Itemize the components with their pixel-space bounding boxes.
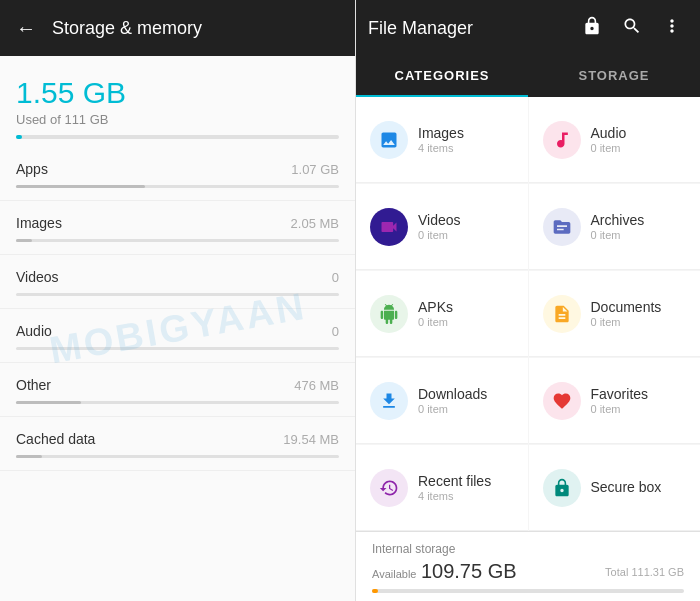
bottom-progress-fill — [372, 589, 378, 593]
storage-item-size: 2.05 MB — [291, 216, 339, 231]
bottom-bar: Internal storage Available 109.75 GB Tot… — [356, 531, 700, 601]
category-count: 0 item — [591, 142, 627, 154]
documents-icon-wrap — [543, 295, 581, 333]
recent-icon-wrap — [370, 469, 408, 507]
transfer-icon[interactable] — [576, 10, 608, 47]
category-count: 0 item — [418, 403, 487, 415]
archives-icon-wrap — [543, 208, 581, 246]
storage-item[interactable]: Audio 0 — [0, 309, 355, 363]
category-name: APKs — [418, 299, 453, 315]
storage-item[interactable]: Other 476 MB — [0, 363, 355, 417]
storage-item-name: Images — [16, 215, 62, 231]
category-images[interactable]: Images 4 items — [356, 97, 528, 183]
category-name: Downloads — [418, 386, 487, 402]
audio-icon-wrap — [543, 121, 581, 159]
category-recent[interactable]: Recent files 4 items — [356, 445, 528, 531]
storage-bar-fill — [16, 135, 22, 139]
storage-item[interactable]: Apps 1.07 GB — [0, 147, 355, 201]
storage-used-value: 1.55 GB — [16, 76, 339, 110]
category-name: Recent files — [418, 473, 491, 489]
storage-item-name: Apps — [16, 161, 48, 177]
category-downloads[interactable]: Downloads 0 item — [356, 358, 528, 444]
category-favorites[interactable]: Favorites 0 item — [529, 358, 701, 444]
available-value: 109.75 GB — [421, 560, 517, 582]
storage-summary: 1.55 GB Used of 111 GB — [0, 56, 355, 147]
storage-item-size: 19.54 MB — [283, 432, 339, 447]
bottom-progress-bar — [372, 589, 684, 593]
internal-storage-label: Internal storage — [372, 542, 684, 556]
left-header: ← Storage & memory — [0, 0, 355, 56]
storage-item[interactable]: Images 2.05 MB — [0, 201, 355, 255]
category-count: 4 items — [418, 142, 464, 154]
category-name: Images — [418, 125, 464, 141]
category-apks[interactable]: APKs 0 item — [356, 271, 528, 357]
downloads-icon-wrap — [370, 382, 408, 420]
app-title: File Manager — [368, 18, 473, 39]
category-documents[interactable]: Documents 0 item — [529, 271, 701, 357]
total-label: Total 111.31 GB — [605, 566, 684, 578]
storage-item-size: 0 — [332, 270, 339, 285]
category-count: 0 item — [591, 316, 662, 328]
storage-item-size: 476 MB — [294, 378, 339, 393]
storage-item-name: Audio — [16, 323, 52, 339]
category-name: Archives — [591, 212, 645, 228]
storage-item-name: Videos — [16, 269, 59, 285]
category-name: Secure box — [591, 479, 662, 495]
header-icons — [576, 10, 688, 47]
secure-icon-wrap — [543, 469, 581, 507]
category-videos[interactable]: Videos 0 item — [356, 184, 528, 270]
category-count: 0 item — [591, 403, 649, 415]
category-name: Videos — [418, 212, 461, 228]
storage-item-name: Other — [16, 377, 51, 393]
videos-icon-wrap — [370, 208, 408, 246]
favorites-icon-wrap — [543, 382, 581, 420]
storage-item[interactable]: Cached data 19.54 MB — [0, 417, 355, 471]
storage-items-list: Apps 1.07 GB Images 2.05 MB Videos 0 — [0, 147, 355, 601]
category-archives[interactable]: Archives 0 item — [529, 184, 701, 270]
category-secure[interactable]: Secure box — [529, 445, 701, 531]
apks-icon-wrap — [370, 295, 408, 333]
storage-sub-label: Used of 111 GB — [16, 112, 339, 127]
tab-categories[interactable]: CATEGORIES — [356, 56, 528, 97]
more-options-icon[interactable] — [656, 10, 688, 47]
category-count: 4 items — [418, 490, 491, 502]
categories-grid: Images 4 items Audio 0 item Videos 0 ite… — [356, 97, 700, 531]
storage-bar — [16, 135, 339, 139]
search-icon[interactable] — [616, 10, 648, 47]
category-count: 0 item — [418, 229, 461, 241]
back-button[interactable]: ← — [16, 17, 36, 40]
category-count: 0 item — [591, 229, 645, 241]
storage-item[interactable]: Videos 0 — [0, 255, 355, 309]
available-label: Available — [372, 568, 416, 580]
images-icon-wrap — [370, 121, 408, 159]
category-audio[interactable]: Audio 0 item — [529, 97, 701, 183]
storage-item-size: 0 — [332, 324, 339, 339]
category-name: Audio — [591, 125, 627, 141]
storage-item-name: Cached data — [16, 431, 95, 447]
right-header: File Manager — [356, 0, 700, 56]
left-title: Storage & memory — [52, 18, 202, 39]
category-count: 0 item — [418, 316, 453, 328]
category-name: Documents — [591, 299, 662, 315]
storage-item-size: 1.07 GB — [291, 162, 339, 177]
tabs: CATEGORIES STORAGE — [356, 56, 700, 97]
category-name: Favorites — [591, 386, 649, 402]
right-panel: File Manager CATEGORIES STORAGE — [355, 0, 700, 601]
tab-storage[interactable]: STORAGE — [528, 56, 700, 97]
